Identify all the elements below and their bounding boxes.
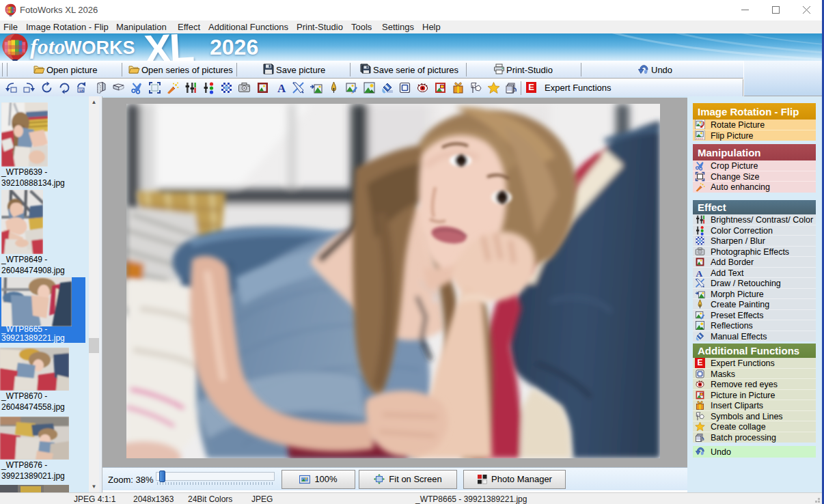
- svg-text:A: A: [277, 82, 286, 94]
- svg-text:18: 18: [79, 89, 84, 93]
- svg-text:A: A: [696, 268, 703, 277]
